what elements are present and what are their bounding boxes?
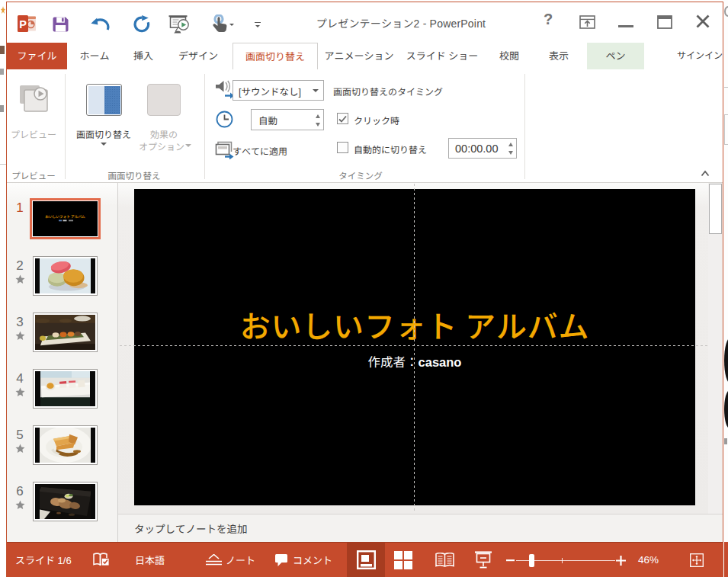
notes-toggle[interactable]: ノート <box>226 543 255 577</box>
slide-subtitle-text[interactable]: 作成者：casano <box>134 352 695 370</box>
transition-star-icon[interactable] <box>15 274 25 284</box>
duration-value: 自動 <box>258 113 277 127</box>
tab-view[interactable]: 表示 <box>537 43 581 69</box>
powerpoint-logo-letter: P <box>19 18 27 30</box>
zoom-out-icon[interactable] <box>506 559 515 562</box>
powerpoint-logo-icon: P <box>18 14 37 33</box>
background-statusbar-fragment <box>724 542 728 577</box>
close-button[interactable] <box>695 14 710 29</box>
slide-thumbnail-1[interactable]: おいしいフォト アルバム <box>30 198 101 239</box>
slide-editing-area[interactable]: おいしいフォト アルバム 作成者：casano <box>134 189 695 505</box>
transition-gallery-selected-item[interactable] <box>86 84 122 116</box>
tab-file[interactable]: ファイル <box>7 43 67 69</box>
start-from-beginning-icon[interactable] <box>168 15 190 34</box>
timing-group-label: タイミング <box>338 169 383 181</box>
tab-pen[interactable]: ペン <box>587 43 644 69</box>
duration-spinner[interactable]: 自動 <box>251 109 324 130</box>
ribbon-display-options-icon[interactable] <box>579 15 595 29</box>
save-icon[interactable] <box>53 17 69 32</box>
touch-mode-dropdown-caret[interactable] <box>229 24 234 26</box>
vertical-guide[interactable] <box>414 184 415 511</box>
slide-title-text[interactable]: おいしいフォト アルバム <box>134 303 695 347</box>
scrollbar-thumb[interactable] <box>709 184 722 234</box>
transition-star-icon[interactable] <box>15 444 25 454</box>
slide-thumbnail-4[interactable] <box>33 369 98 409</box>
view-reading-button[interactable] <box>428 543 462 577</box>
transition-effect-dark-half <box>104 86 120 114</box>
thumbnail-title-text: おいしいフォト アルバム <box>45 214 85 219</box>
on-click-checkbox[interactable] <box>337 113 348 124</box>
slide-thumbnail-photo <box>35 484 95 519</box>
after-time-spin-buttons[interactable] <box>507 143 514 155</box>
effect-options-icon[interactable] <box>147 84 181 116</box>
slide-thumbnail-6[interactable] <box>33 482 98 521</box>
duration-spin-buttons[interactable] <box>314 114 321 127</box>
slide-number: 3 <box>11 315 28 330</box>
comments-toggle[interactable]: コメント <box>293 543 332 577</box>
duration-clock-icon <box>216 111 233 128</box>
collapse-ribbon-chevron-icon[interactable] <box>701 169 710 178</box>
language-indicator[interactable]: 日本語 <box>135 543 165 577</box>
sound-dropdown-caret[interactable] <box>313 89 319 92</box>
horizontal-guide[interactable] <box>120 345 707 346</box>
reading-view-icon <box>435 553 454 568</box>
comments-icon[interactable] <box>275 554 287 566</box>
advance-after-checkbox[interactable] <box>337 142 348 153</box>
slide-thumbnail-photo <box>35 371 95 406</box>
advance-after-time-spinner[interactable]: 00:00.00 <box>448 138 517 159</box>
on-click-label: クリック時 <box>354 114 399 127</box>
preview-icon[interactable] <box>17 82 50 116</box>
help-button[interactable]: ? <box>544 11 553 28</box>
redo-icon[interactable] <box>133 15 150 33</box>
tab-transitions[interactable]: 画面切り替え <box>233 43 318 69</box>
effect-options-caret <box>185 144 191 147</box>
sound-dropdown[interactable]: [サウンドなし] <box>233 80 324 101</box>
slide-number: 1 <box>11 200 28 216</box>
zoom-in-icon[interactable] <box>616 556 626 566</box>
transition-gallery-label[interactable]: 画面切り替え <box>76 127 131 140</box>
tab-slideshow[interactable]: スライド ショー <box>405 43 479 69</box>
notes-icon[interactable] <box>206 554 222 566</box>
transition-star-icon[interactable] <box>15 331 25 341</box>
customize-quick-access-icon[interactable] <box>253 22 261 27</box>
sound-icon <box>215 79 234 99</box>
notes-placeholder[interactable]: タップしてノートを追加 <box>134 521 248 536</box>
slideshow-icon <box>474 551 492 569</box>
slide-thumbnail-photo <box>35 428 95 463</box>
touch-mouse-mode-icon[interactable] <box>211 14 229 34</box>
zoom-slider-thumb[interactable] <box>529 554 534 567</box>
sound-dropdown-value: [サウンドなし] <box>239 83 301 98</box>
tab-home[interactable]: ホーム <box>74 43 115 69</box>
view-slideshow-button[interactable] <box>466 543 500 577</box>
tab-insert[interactable]: 挿入 <box>121 43 165 69</box>
transition-star-icon[interactable] <box>15 387 25 397</box>
transition-group-label: 画面切り替え <box>108 169 161 181</box>
maximize-button[interactable] <box>657 15 672 29</box>
view-normal-button[interactable] <box>347 543 385 577</box>
minimize-button[interactable] <box>618 25 633 27</box>
tab-review[interactable]: 校閲 <box>487 43 531 69</box>
proofing-icon[interactable] <box>93 553 110 567</box>
notes-pane[interactable]: タップしてノートを追加 <box>118 514 723 542</box>
background-divider-fragment <box>724 87 728 88</box>
tab-design[interactable]: デザイン <box>172 43 225 69</box>
timing-heading: 画面切り替えのタイミング <box>333 85 443 98</box>
zoom-level[interactable]: 46% <box>638 543 659 577</box>
tab-animations[interactable]: アニメーション <box>324 43 394 69</box>
undo-icon[interactable] <box>91 17 110 31</box>
slide-thumbnail-2[interactable] <box>33 256 98 296</box>
slide-thumbnail-3[interactable] <box>33 313 98 352</box>
transition-star-icon[interactable] <box>15 500 25 510</box>
effect-options-label-line1: 効果の <box>150 127 178 140</box>
view-slide-sorter-button[interactable] <box>386 543 420 577</box>
vertical-scrollbar[interactable] <box>708 183 723 514</box>
slide-indicator[interactable]: スライド 1/6 <box>15 543 72 577</box>
slide-thumbnail-5[interactable] <box>33 425 98 465</box>
background-text-fragment <box>0 46 5 54</box>
transition-gallery-caret[interactable] <box>101 143 107 146</box>
apply-to-all-label[interactable]: すべてに適用 <box>233 144 287 157</box>
slide-sorter-icon <box>393 550 413 570</box>
signin-link[interactable]: サインイン <box>675 43 725 69</box>
background-letter-fragment <box>724 390 728 428</box>
fit-to-window-icon[interactable] <box>690 553 704 567</box>
